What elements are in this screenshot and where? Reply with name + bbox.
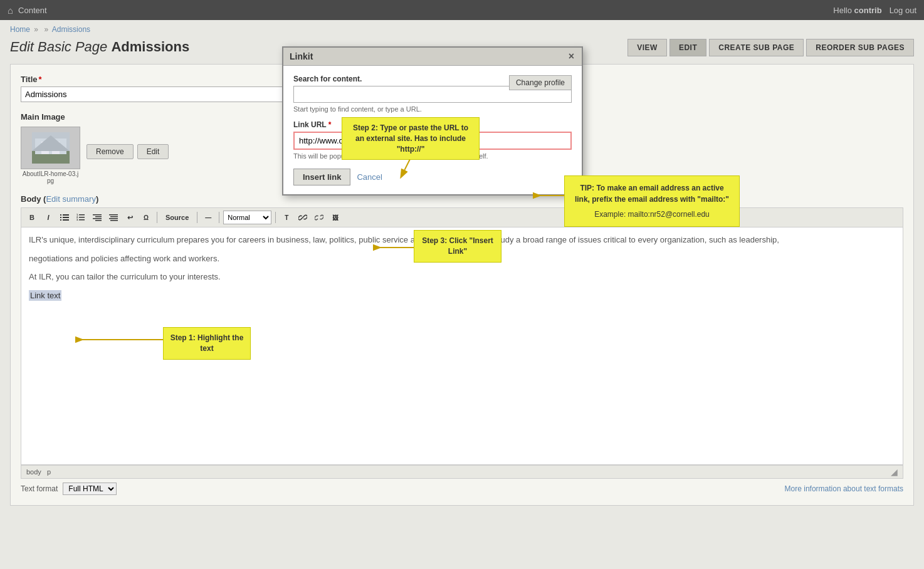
page-wrapper: Home » » Admissions Edit Basic Page Admi… (0, 20, 924, 569)
step3-callout: Step 3: Click "Insert Link" (414, 230, 501, 263)
insert-link-btn[interactable]: Insert link (293, 169, 350, 185)
cancel-link[interactable]: Cancel (357, 172, 382, 182)
top-nav: ⌂ Content Hello contrib Log out (0, 0, 924, 20)
logout-link[interactable]: Log out (890, 6, 916, 15)
home-icon: ⌂ (8, 5, 13, 16)
step2-callout: Step 2: Type or paste the URL to an exte… (342, 117, 480, 160)
change-profile-container: Change profile (509, 75, 572, 90)
modal-overlay: Linkit × Change profile Search for conte… (0, 20, 924, 569)
step3-arrow (373, 238, 420, 257)
change-profile-btn[interactable]: Change profile (509, 75, 572, 90)
tip-example: Example: mailto:nr52@cornell.edu (574, 209, 730, 220)
content-nav-link[interactable]: Content (18, 6, 47, 15)
username: contrib (854, 6, 882, 15)
tip-box: TIP: To make an email address an active … (564, 175, 740, 227)
hello-label: Hello contrib (833, 6, 881, 15)
modal-titlebar: Linkit × (283, 48, 582, 66)
modal-search-hint: Start typing to find content, or type a … (293, 105, 572, 113)
modal-footer: Insert link Cancel (293, 169, 572, 185)
modal-close-btn[interactable]: × (567, 51, 575, 61)
modal-title: Linkit (290, 51, 313, 61)
